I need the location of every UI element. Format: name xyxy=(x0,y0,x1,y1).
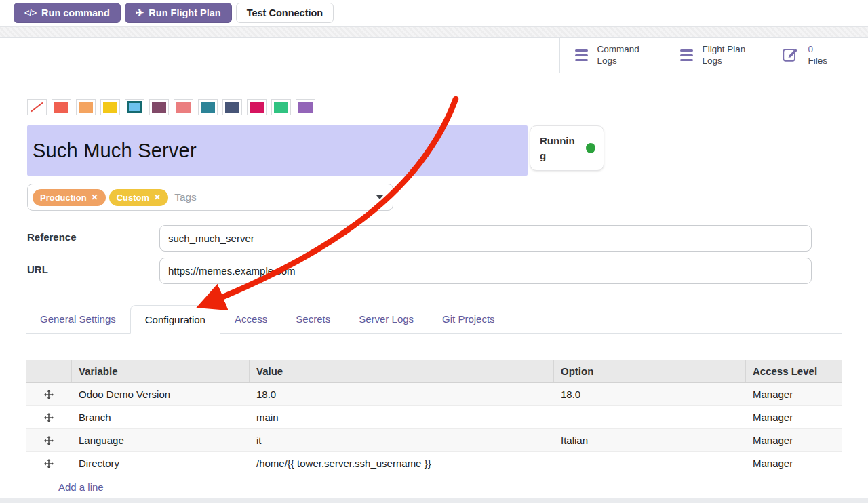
cell-variable: Directory xyxy=(72,458,250,469)
reference-value: such_much_server xyxy=(168,233,254,244)
command-logs-button[interactable]: Command Logs xyxy=(559,38,665,73)
chevron-down-icon[interactable] xyxy=(376,195,383,199)
column-header-value: Value xyxy=(250,360,554,382)
status-toggle-button[interactable]: Running xyxy=(530,125,604,171)
cell-access-level: Manager xyxy=(746,458,842,469)
table-row[interactable]: Language it Italian Manager xyxy=(26,429,842,452)
add-a-line-link[interactable]: Add a line xyxy=(58,481,104,493)
run-command-button[interactable]: </> Run command xyxy=(14,3,121,23)
swatch-orange[interactable] xyxy=(76,99,96,115)
files-label: Files xyxy=(808,56,827,67)
tag-custom-label: Custom xyxy=(117,193,149,203)
flight-plan-logs-button[interactable]: Flight Plan Logs xyxy=(665,38,766,73)
status-dot xyxy=(586,143,595,153)
top-separator-strip xyxy=(0,26,868,38)
notebook-tabs: General Settings Configuration Access Se… xyxy=(26,305,842,334)
list-lines-icon xyxy=(575,49,588,62)
tab-general-settings[interactable]: General Settings xyxy=(26,305,130,333)
tab-configuration[interactable]: Configuration xyxy=(130,305,220,334)
tag-production-label: Production xyxy=(40,193,87,203)
action-toolbar: </> Run command ✈ Run Flight Plan Test C… xyxy=(14,3,334,23)
table-row[interactable]: Odoo Demo Version 18.0 18.0 Manager xyxy=(26,383,842,406)
command-logs-label: Command Logs xyxy=(597,44,650,67)
tag-custom[interactable]: Custom ✕ xyxy=(109,189,168,206)
swatch-light-blue-selected[interactable] xyxy=(125,99,144,115)
table-row[interactable]: Branch main Manager xyxy=(26,406,842,429)
test-connection-button[interactable]: Test Connection xyxy=(236,3,334,23)
run-flight-plan-button[interactable]: ✈ Run Flight Plan xyxy=(125,3,232,23)
column-header-variable: Variable xyxy=(72,360,250,382)
reference-label: Reference xyxy=(27,231,77,243)
table-row[interactable]: Directory /home/{{ tower.server.ssh_user… xyxy=(26,452,842,475)
swatch-medium-blue[interactable] xyxy=(198,99,218,115)
remove-tag-icon[interactable]: ✕ xyxy=(92,193,98,202)
cell-variable: Odoo Demo Version xyxy=(72,388,250,400)
tab-access[interactable]: Access xyxy=(220,305,281,333)
cell-value: 18.0 xyxy=(250,388,554,400)
column-header-option: Option xyxy=(554,360,746,382)
url-label: URL xyxy=(27,264,48,275)
url-input[interactable]: https://memes.example.com xyxy=(159,258,812,284)
swatch-salmon-pink[interactable] xyxy=(174,99,193,115)
tab-secrets[interactable]: Secrets xyxy=(281,305,344,333)
table-footer-strip xyxy=(0,498,868,503)
swatch-red[interactable] xyxy=(52,99,71,115)
tab-git-projects[interactable]: Git Projects xyxy=(428,305,509,333)
status-label: Running xyxy=(540,134,576,163)
url-value: https://memes.example.com xyxy=(168,265,296,277)
table-header-row: Variable Value Option Access Level xyxy=(26,360,842,383)
swatch-green[interactable] xyxy=(271,99,291,115)
swatch-purple[interactable] xyxy=(296,99,315,115)
files-button[interactable]: 0 Files xyxy=(766,38,868,73)
server-form-page: </> Run command ✈ Run Flight Plan Test C… xyxy=(0,0,868,503)
drag-handle-icon[interactable] xyxy=(26,390,72,399)
color-picker xyxy=(27,99,315,115)
swatch-yellow[interactable] xyxy=(100,99,120,115)
cell-variable: Language xyxy=(72,435,250,446)
files-count: 0 xyxy=(808,44,827,56)
tab-server-logs[interactable]: Server Logs xyxy=(344,305,428,333)
code-icon: </> xyxy=(24,8,37,18)
edit-file-icon xyxy=(781,45,799,66)
swatch-dark-purple[interactable] xyxy=(149,99,169,115)
cell-option: Italian xyxy=(554,435,746,446)
cell-option: 18.0 xyxy=(554,388,746,400)
no-color-slash-icon xyxy=(30,102,44,113)
swatch-fuchsia[interactable] xyxy=(247,99,267,115)
run-flight-plan-label: Run Flight Plan xyxy=(149,7,220,18)
cell-value: it xyxy=(250,435,554,446)
remove-tag-icon[interactable]: ✕ xyxy=(154,193,161,202)
flight-plan-logs-label: Flight Plan Logs xyxy=(702,44,751,67)
swatch-no-color[interactable] xyxy=(27,99,47,115)
drag-handle-icon[interactable] xyxy=(26,459,72,468)
cell-value: /home/{{ tower.server.ssh_username }} xyxy=(250,458,554,469)
tags-placeholder: Tags xyxy=(174,191,197,203)
cell-value: main xyxy=(250,411,554,423)
drag-handle-icon[interactable] xyxy=(26,413,72,422)
column-header-access-level: Access Level xyxy=(746,360,842,382)
variables-table: Variable Value Option Access Level Odoo … xyxy=(26,360,842,498)
reference-input[interactable]: such_much_server xyxy=(159,225,812,252)
drag-handle-icon[interactable] xyxy=(26,436,72,445)
test-connection-label: Test Connection xyxy=(247,7,323,18)
plane-icon: ✈ xyxy=(136,7,144,19)
server-name-field[interactable]: Such Much Server xyxy=(27,125,528,176)
add-line-row: Add a line xyxy=(26,475,842,498)
form-header-band: Command Logs Flight Plan Logs 0 Files xyxy=(0,38,868,73)
cell-variable: Branch xyxy=(72,411,250,423)
list-lines-icon xyxy=(680,49,693,62)
cell-access-level: Manager xyxy=(746,388,842,400)
server-name: Such Much Server xyxy=(33,140,197,162)
cell-access-level: Manager xyxy=(746,411,842,423)
run-command-label: Run command xyxy=(41,7,110,18)
tag-production[interactable]: Production ✕ xyxy=(33,189,106,206)
cell-access-level: Manager xyxy=(746,435,842,446)
handle-column-header xyxy=(26,360,72,382)
tags-field[interactable]: Production ✕ Custom ✕ Tags xyxy=(27,184,393,211)
swatch-dark-blue[interactable] xyxy=(222,99,242,115)
